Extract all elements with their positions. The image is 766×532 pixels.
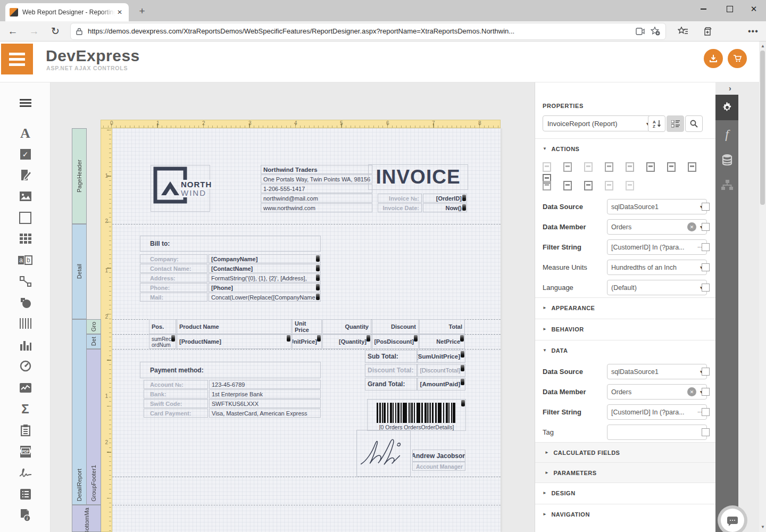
back-icon[interactable]: ← xyxy=(2,26,23,37)
url-input[interactable]: https://demos.devexpress.com/XtraReports… xyxy=(70,23,666,40)
bill-to-row-field[interactable]: Concat(Lower(Replace([CompanyName xyxy=(209,293,321,302)
same-size-icon[interactable] xyxy=(688,162,696,172)
measure-units-dropdown[interactable]: Hundredths of an Inch▾ xyxy=(607,260,707,275)
invoice-date-label[interactable]: Invoice Date: xyxy=(378,203,422,212)
invoice-no-label[interactable]: Invoice №: xyxy=(378,194,422,203)
filter-string-input[interactable]: [CustomerID] In (?para...⋯ xyxy=(607,404,707,420)
signer-role-label[interactable]: Account Manager xyxy=(412,462,465,471)
property-checkbox[interactable] xyxy=(702,408,710,416)
language-dropdown[interactable]: (Default)▾ xyxy=(607,280,707,295)
scroll-down-icon[interactable]: ▼ xyxy=(761,525,765,529)
items-header-cell[interactable]: Total xyxy=(419,319,465,334)
items-header-cell[interactable]: Quantity xyxy=(322,319,371,334)
section-behavior[interactable]: ►BEHAVIOR xyxy=(535,319,715,339)
toolbox-pdf-content-icon[interactable]: PDF xyxy=(0,442,51,461)
band-group-footer[interactable]: GroupFooter1 xyxy=(86,349,101,505)
toolbox-panel-icon[interactable] xyxy=(0,208,51,227)
toolbox-picture-box-icon[interactable] xyxy=(0,187,51,206)
bill-to-row-label[interactable]: Mail: xyxy=(140,293,207,302)
section-appearance[interactable]: ►APPEARANCE xyxy=(535,297,715,318)
tab-properties[interactable] xyxy=(715,95,738,120)
section-parameters[interactable]: ►PARAMETERS xyxy=(535,462,715,483)
bill-to-row-label[interactable]: Contact Name: xyxy=(140,264,207,273)
items-detail-cell[interactable]: NetPrice xyxy=(419,334,465,349)
payment-row-label[interactable]: Bank: xyxy=(144,389,208,398)
reload-icon[interactable]: ↻ xyxy=(45,25,66,37)
invoice-date-field[interactable]: Now() xyxy=(423,203,467,212)
property-checkbox[interactable] xyxy=(702,223,710,231)
property-checkbox[interactable] xyxy=(702,263,710,271)
toolbox-table-of-contents-icon[interactable] xyxy=(0,485,51,504)
clear-icon[interactable]: ✕ xyxy=(687,387,696,396)
same-height-icon[interactable] xyxy=(584,181,593,190)
filter-string-input[interactable]: [CustomerID] In (?para...⋯ xyxy=(607,239,707,255)
sort-properties-button[interactable]: AZ xyxy=(648,115,665,132)
clear-icon[interactable]: ✕ xyxy=(687,222,696,231)
selected-element-dropdown[interactable]: InvoiceReport (Report)▾ xyxy=(543,115,654,131)
cart-button[interactable] xyxy=(728,49,747,68)
toolbox-rich-text-icon[interactable] xyxy=(0,165,51,185)
subtotal-label[interactable]: Sub Total: xyxy=(365,350,417,363)
tag-input[interactable] xyxy=(607,425,707,440)
items-detail-cell[interactable]: [ProductName] xyxy=(177,334,292,349)
new-tab-button[interactable]: + xyxy=(135,4,149,18)
company-address-label[interactable]: One Portals Way, Twin Points WA, 98156 xyxy=(261,174,372,184)
bill-to-row-label[interactable]: Company: xyxy=(140,254,207,263)
band-detail[interactable]: Detail xyxy=(72,224,87,319)
invoice-title-label[interactable]: INVOICE xyxy=(368,164,468,190)
toolbox-subreport-icon[interactable] xyxy=(0,421,51,440)
bill-to-row-label[interactable]: Address: xyxy=(140,273,207,282)
toolbox-character-comb-icon[interactable]: ab xyxy=(0,251,51,270)
section-actions[interactable]: ▼ACTIONS xyxy=(535,138,715,159)
browser-tab[interactable]: Web Report Designer - Reporting ✕ xyxy=(5,3,129,21)
band-group-header[interactable]: Gro xyxy=(86,319,101,334)
tab-report-explorer[interactable] xyxy=(715,172,738,198)
property-checkbox[interactable] xyxy=(702,243,710,251)
barcode-element[interactable]: [0 Orders OrdersOrderDetails] xyxy=(367,399,466,431)
toolbox-line-icon[interactable] xyxy=(0,272,51,291)
search-properties-button[interactable] xyxy=(685,115,703,132)
section-design[interactable]: ►DESIGN xyxy=(535,483,715,503)
tab-expressions[interactable]: f xyxy=(715,121,738,147)
bill-to-row-field[interactable]: [CompanyName] xyxy=(209,254,321,263)
same-width-icon[interactable] xyxy=(563,181,572,190)
bill-to-row-field[interactable]: [Phone] xyxy=(209,283,321,292)
company-name-label[interactable]: Northwind Traders xyxy=(261,165,372,174)
data-source-dropdown[interactable]: sqlDataSource1▾ xyxy=(607,364,707,379)
tab-field-list[interactable] xyxy=(715,147,738,172)
property-checkbox[interactable] xyxy=(702,388,710,396)
collapse-panel-icon[interactable]: › xyxy=(729,84,731,93)
items-detail-cell[interactable]: sumRecordNumber xyxy=(149,334,176,349)
items-detail-cell[interactable]: [Quantity] xyxy=(322,334,371,349)
items-header-cell[interactable]: Product Name xyxy=(177,319,292,334)
discount-total-field[interactable]: [DiscountTotal] xyxy=(417,364,465,377)
window-minimize-button[interactable] xyxy=(691,0,715,18)
toolbox-barcode-icon[interactable] xyxy=(0,314,51,333)
add-favorite-icon[interactable] xyxy=(651,27,660,36)
items-detail-cell[interactable]: [PosDiscount] xyxy=(372,334,419,349)
toolbox-signature-icon[interactable] xyxy=(0,463,51,483)
bring-to-front-icon[interactable] xyxy=(605,181,613,190)
section-calculated-fields[interactable]: ►CALCULATED FIELDS xyxy=(535,442,715,462)
bill-to-row-field[interactable]: [ContactName] xyxy=(209,264,321,273)
align-to-grid-icon[interactable] xyxy=(543,162,551,172)
align-right-icon[interactable] xyxy=(605,162,613,172)
signer-name-label[interactable]: Andrew Jacobson xyxy=(412,450,465,462)
toolbox-gauge-icon[interactable] xyxy=(0,356,51,376)
company-email-label[interactable]: northwind@mail.com xyxy=(261,194,372,203)
size-to-grid-icon[interactable] xyxy=(543,181,551,190)
payment-method-title[interactable]: Payment method: xyxy=(140,362,321,378)
toolbox-chart-icon[interactable] xyxy=(0,336,51,355)
align-center-icon[interactable] xyxy=(584,162,593,172)
toolbox-page-info-icon[interactable]: i xyxy=(0,506,51,525)
discount-total-label[interactable]: Discount Total: xyxy=(365,364,417,377)
browser-menu-icon[interactable]: ••• xyxy=(748,27,759,36)
chat-button[interactable] xyxy=(718,505,747,532)
window-maximize-button[interactable] xyxy=(718,0,742,18)
forward-icon[interactable]: → xyxy=(23,26,45,37)
payment-row-value[interactable]: Visa, MasterCard, American Express xyxy=(209,409,321,418)
band-bottom-margin[interactable]: BottomMa xyxy=(72,505,101,532)
property-checkbox[interactable] xyxy=(702,284,710,292)
section-navigation[interactable]: ►NAVIGATION xyxy=(535,504,715,524)
items-header-cell[interactable]: Unit Price xyxy=(292,319,322,334)
